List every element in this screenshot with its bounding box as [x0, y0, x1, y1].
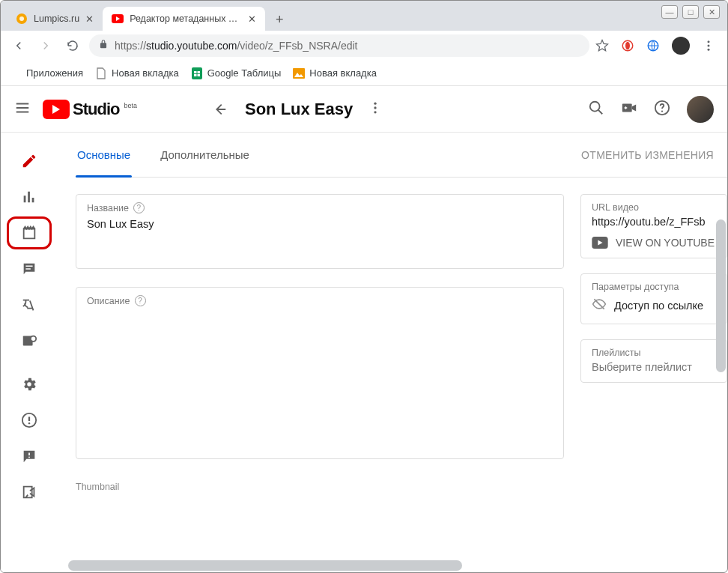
svg-point-27 [28, 456, 30, 458]
header-back-button[interactable] [209, 99, 230, 120]
maximize-button[interactable]: □ [682, 5, 699, 19]
window-controls: — □ ✕ [661, 5, 720, 19]
view-on-youtube-button[interactable]: VIEW ON YOUTUBE [592, 237, 727, 249]
url-text: https://studio.youtube.com/video/z_FFsb_… [115, 40, 358, 52]
extension-globe-icon[interactable] [646, 39, 660, 52]
sidebar-item-analytics[interactable] [1, 179, 58, 215]
title-input[interactable]: Son Lux Easy [87, 218, 553, 230]
page-icon [95, 67, 107, 79]
browser-tab-strip: Lumpics.ru ✕ Редактор метаданных видео –… [1, 1, 727, 31]
create-button[interactable] [621, 100, 637, 119]
youtube-studio-logo[interactable]: Studio beta [43, 100, 137, 119]
nav-forward-button[interactable] [35, 35, 56, 56]
svg-point-26 [28, 422, 30, 424]
bookmark-item[interactable]: Новая вкладка [293, 67, 377, 79]
studio-header: Studio beta Son Lux Easy [1, 86, 727, 133]
svg-point-17 [374, 106, 377, 109]
sidebar-item-feedback[interactable] [1, 438, 58, 474]
video-url-label: URL видео [592, 202, 727, 213]
playlists-card[interactable]: Плейлисты Выберите плейлист [580, 339, 727, 383]
nav-reload-button[interactable] [62, 35, 83, 56]
bookmark-item[interactable]: Новая вкладка [95, 67, 179, 79]
sidebar-item-settings[interactable] [1, 366, 58, 402]
favicon-youtube-icon [112, 13, 124, 25]
metadata-tabs: Основные Дополнительные ОТМЕНИТЬ ИЗМЕНЕН… [76, 133, 727, 178]
sidebar-item-comments[interactable] [1, 251, 58, 287]
youtube-play-icon [43, 100, 70, 119]
minimize-button[interactable]: — [661, 5, 678, 19]
apps-shortcut[interactable]: Приложения [10, 67, 83, 79]
header-actions [588, 96, 714, 123]
visibility-label: Параметры доступа [592, 282, 727, 292]
bookmarks-bar: Приложения Новая вкладка Google Таблицы … [1, 61, 727, 86]
video-url-value[interactable]: https://youtu.be/z_FFsb [592, 216, 727, 228]
title-field[interactable]: Название ? Son Lux Easy [76, 194, 564, 269]
apps-label: Приложения [26, 67, 83, 79]
header-more-button[interactable] [368, 100, 383, 118]
svg-point-22 [661, 110, 663, 112]
search-button[interactable] [588, 100, 604, 119]
svg-point-19 [590, 101, 600, 111]
browser-tab-studio[interactable]: Редактор метаданных видео – Y ✕ [103, 7, 265, 31]
toolbar-right-icons [595, 37, 720, 55]
description-label: Описание ? [87, 295, 553, 306]
chrome-menu-icon[interactable] [702, 39, 715, 52]
page-title: Son Lux Easy [245, 100, 353, 119]
sidebar-item-creator-classic[interactable] [1, 474, 58, 510]
bookmark-item[interactable]: Google Таблицы [191, 67, 282, 79]
lock-icon [98, 39, 109, 52]
favicon-lumpics-icon [16, 13, 28, 25]
description-field[interactable]: Описание ? [76, 287, 564, 459]
svg-point-9 [708, 49, 710, 51]
profile-avatar[interactable] [672, 37, 690, 55]
account-avatar[interactable] [687, 96, 714, 123]
tab-title: Редактор метаданных видео – Y [130, 13, 242, 24]
tab-title: Lumpics.ru [34, 13, 79, 24]
svg-point-24 [31, 336, 36, 342]
nav-back-button[interactable] [8, 35, 29, 56]
help-icon[interactable]: ? [133, 202, 145, 213]
svg-point-1 [19, 16, 24, 21]
visibility-unlisted-icon [592, 297, 607, 315]
playlists-label: Плейлисты [592, 348, 727, 358]
sidebar-item-translations[interactable] [1, 287, 58, 323]
sidebar-item-details[interactable] [1, 143, 58, 179]
sidebar [1, 133, 58, 573]
svg-point-7 [708, 40, 710, 43]
bookmark-label: Новая вкладка [309, 67, 377, 79]
video-url-card: URL видео https://youtu.be/z_FFsb VIEW O… [580, 194, 727, 258]
help-button[interactable] [654, 100, 670, 119]
revert-changes-button[interactable]: ОТМЕНИТЬ ИЗМЕНЕНИЯ [581, 149, 727, 161]
playlists-placeholder: Выберите плейлист [592, 361, 727, 373]
horizontal-scrollbar[interactable] [68, 560, 724, 571]
tab-close-icon[interactable]: ✕ [248, 13, 256, 25]
thumbnail-label: Thumbnail [76, 482, 564, 492]
menu-toggle-button[interactable] [14, 100, 31, 119]
browser-tab-lumpics[interactable]: Lumpics.ru ✕ [7, 7, 103, 31]
svg-point-5 [625, 42, 630, 50]
title-label: Название ? [87, 202, 553, 213]
svg-point-8 [708, 45, 710, 47]
help-icon[interactable]: ? [135, 295, 146, 306]
tab-basic[interactable]: Основные [76, 133, 132, 177]
tab-close-icon[interactable]: ✕ [85, 13, 94, 25]
bookmark-label: Google Таблицы [207, 67, 282, 79]
new-tab-button[interactable]: + [270, 10, 289, 29]
sidebar-item-editor[interactable] [7, 216, 52, 249]
bookmark-star-icon[interactable] [595, 39, 609, 52]
sidebar-item-other[interactable] [1, 323, 58, 359]
svg-point-18 [374, 111, 377, 113]
browser-toolbar: https://studio.youtube.com/video/z_FFsb_… [1, 31, 727, 61]
visibility-card[interactable]: Параметры доступа Доступ по ссылке [580, 273, 727, 324]
visibility-value: Доступ по ссылке [614, 300, 703, 312]
bookmark-label: Новая вкладка [112, 67, 179, 79]
image-icon [293, 67, 305, 79]
vertical-scrollbar[interactable] [716, 219, 726, 559]
close-window-button[interactable]: ✕ [703, 5, 720, 19]
tab-advanced[interactable]: Дополнительные [159, 133, 251, 177]
url-bar[interactable]: https://studio.youtube.com/video/z_FFsb_… [89, 34, 589, 57]
apps-grid-icon [10, 67, 22, 79]
sidebar-item-whatsnew[interactable] [1, 402, 58, 438]
extension-opera-icon[interactable] [621, 39, 634, 52]
svg-point-16 [374, 102, 377, 104]
